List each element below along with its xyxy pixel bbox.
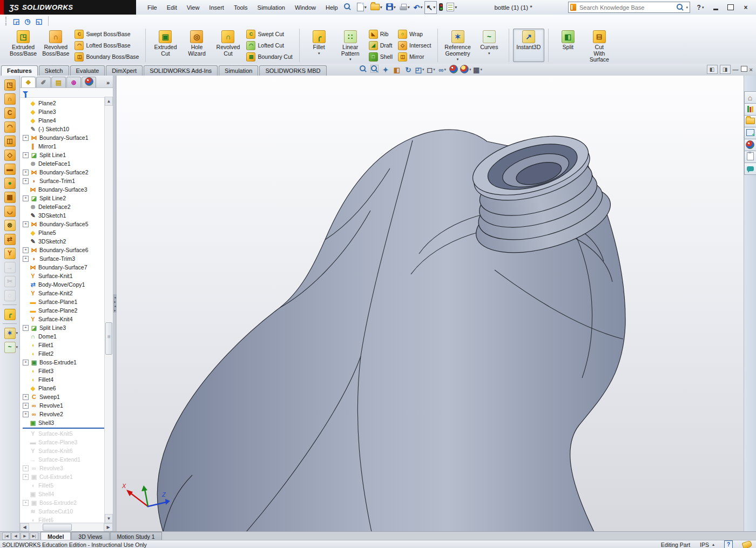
- tree-item[interactable]: +⋈Boundary-Surface2: [22, 168, 113, 177]
- fillet-surface-button[interactable]: ╭: [3, 308, 17, 320]
- expand-icon[interactable]: +: [23, 474, 29, 480]
- doc-restore-icon[interactable]: [741, 66, 747, 73]
- mini-tool-3-icon[interactable]: ◱: [34, 17, 44, 25]
- tab-features[interactable]: Features: [1, 65, 38, 76]
- zoom-to-selection-button[interactable]: ✦: [381, 65, 390, 75]
- tree-item[interactable]: +◗Surface-Trim1: [22, 177, 113, 185]
- tab-nav-0[interactable]: |◀: [2, 532, 11, 540]
- featuremanager-tab[interactable]: ❖: [21, 77, 36, 87]
- help-button[interactable]: ?▾: [693, 2, 707, 13]
- view-palette-button[interactable]: [744, 127, 756, 139]
- doc-minimize-icon[interactable]: —: [733, 66, 739, 73]
- extend-surface-button[interactable]: →: [3, 261, 17, 273]
- scroll-right-icon[interactable]: ▶: [104, 523, 113, 531]
- knit-surface-button[interactable]: Y: [3, 247, 17, 259]
- reference-geometry-button-dropdown-icon[interactable]: ▾: [457, 57, 459, 62]
- tree-item[interactable]: +∞Revolve1: [22, 401, 113, 410]
- tree-item[interactable]: ◖Fillet4: [22, 375, 113, 384]
- zoom-to-fit-button[interactable]: [358, 65, 368, 75]
- hole-wizard-button[interactable]: ◎HoleWizard: [181, 29, 212, 62]
- reference-geometry-button[interactable]: ✶ReferenceGeometry▾: [442, 29, 473, 62]
- tree-item[interactable]: +▣Boss-Extrude2: [22, 498, 113, 507]
- tree-item[interactable]: ⋈Boundary-Surface3: [22, 185, 113, 194]
- tree-item[interactable]: ◖Fillet3: [22, 367, 113, 375]
- tab-evaluate[interactable]: Evaluate: [70, 65, 105, 76]
- options-button[interactable]: ▾: [445, 1, 458, 14]
- tree-item[interactable]: +◗Surface-Trim3: [22, 254, 113, 263]
- fillet-button-dropdown-icon[interactable]: ▾: [318, 51, 320, 56]
- doc-tab-motion-study-1[interactable]: Motion Study 1: [110, 532, 162, 540]
- tree-item[interactable]: +◪Split Line1: [22, 151, 113, 159]
- wrap-button[interactable]: ○Wrap: [395, 29, 434, 39]
- tree-item[interactable]: ≋SurfaceCut10: [22, 507, 113, 516]
- tree-vertical-scrollbar[interactable]: ▲ ▼: [104, 97, 113, 523]
- tree-item[interactable]: ▬Surface-Plane1: [22, 297, 113, 306]
- tree-item[interactable]: ∥Mirror1: [22, 142, 113, 151]
- trim-surface-button[interactable]: ✂: [3, 275, 17, 287]
- appearances-scenes-button[interactable]: [744, 139, 756, 151]
- tree-item[interactable]: +◪Split Line3: [22, 323, 113, 332]
- tab-nav-2[interactable]: ▶: [21, 532, 29, 540]
- tree-item[interactable]: ✎(-) Sketch10: [22, 125, 113, 133]
- cut-with-surface-button[interactable]: ⊟CutWithSurface: [584, 29, 615, 62]
- open-button[interactable]: ▾: [369, 1, 384, 14]
- custom-properties-button[interactable]: [744, 151, 756, 163]
- rebuild-button[interactable]: [437, 1, 444, 14]
- configurationmanager-tab[interactable]: ▤: [51, 77, 66, 87]
- ruled-surface-button[interactable]: ◡: [3, 205, 17, 217]
- tree-item[interactable]: YSurface-Knit4: [22, 315, 113, 323]
- tree-item[interactable]: ▣Shell3: [22, 418, 113, 427]
- minimize-button[interactable]: [708, 2, 723, 13]
- view-settings-button[interactable]: ▦▾: [473, 65, 483, 75]
- tree-item[interactable]: ◖Fillet5: [22, 481, 113, 490]
- extruded-surface-button[interactable]: ◳: [3, 79, 17, 91]
- scroll-left-icon[interactable]: ◀: [20, 523, 29, 531]
- expand-icon[interactable]: +: [23, 360, 29, 366]
- dimxpertmanager-tab[interactable]: ⊕: [66, 77, 81, 87]
- rollback-bar[interactable]: [23, 428, 110, 429]
- menu-tools[interactable]: Tools: [229, 2, 253, 13]
- menu-view[interactable]: View: [182, 2, 205, 13]
- search-dropdown-icon[interactable]: ▾: [686, 5, 688, 10]
- hscroll-thumb[interactable]: [43, 524, 72, 531]
- tree-item[interactable]: YSurface-Knit5: [22, 429, 113, 438]
- lofted-boss-base-button[interactable]: ◠Lofted Boss/Base: [72, 40, 141, 51]
- tree-item[interactable]: ◖Fillet1: [22, 341, 113, 349]
- bottle-model[interactable]: X Z: [117, 76, 744, 531]
- mini-tool-2-icon[interactable]: ◷: [23, 17, 32, 25]
- tree-item[interactable]: →Surface-Extend1: [22, 455, 113, 464]
- doc-tab-3d-views[interactable]: 3D Views: [71, 532, 109, 540]
- swept-cut-button[interactable]: CSwept Cut: [244, 29, 295, 39]
- tree-item[interactable]: +⋈Boundary-Surface5: [22, 220, 113, 228]
- boundary-boss-base-button[interactable]: ◫Boundary Boss/Base: [72, 51, 141, 62]
- doc-tab-model[interactable]: Model: [40, 532, 71, 540]
- curves-button-dropdown-icon[interactable]: ▾: [488, 51, 490, 56]
- shell-button[interactable]: □Shell: [366, 51, 395, 62]
- tree-horizontal-scrollbar[interactable]: ◀ ▶: [20, 523, 113, 531]
- revolved-boss-base-button[interactable]: ∩RevolvedBoss/Base: [39, 29, 72, 62]
- quick-tips-button[interactable]: ?: [724, 540, 733, 548]
- rib-button[interactable]: ◣Rib: [366, 29, 395, 39]
- menu-window[interactable]: Window: [290, 2, 321, 13]
- tree-item[interactable]: +CSweep1: [22, 393, 113, 401]
- extruded-cut-button[interactable]: ▣ExtrudedCut: [150, 29, 181, 62]
- tree-item[interactable]: +▣Cut-Extrude1: [22, 472, 113, 481]
- tree-item[interactable]: YSurface-Knit1: [22, 272, 113, 280]
- lofted-cut-button[interactable]: ◠Lofted Cut: [244, 40, 295, 51]
- tree-item[interactable]: +▣Boss-Extrude1: [22, 358, 113, 367]
- tree-item[interactable]: ◆Plane3: [22, 107, 113, 116]
- thicken-button[interactable]: ▦: [3, 191, 17, 203]
- planar-surface-button[interactable]: ▬: [3, 163, 17, 175]
- tree-item[interactable]: ◆Plane2: [22, 99, 113, 107]
- tree-item[interactable]: +◪Split Line2: [22, 194, 113, 202]
- filled-surface-button[interactable]: ●: [3, 177, 17, 189]
- expand-icon[interactable]: +: [23, 403, 29, 409]
- tree-item[interactable]: +⋈Boundary-Surface1: [22, 133, 113, 142]
- menu-help[interactable]: Help: [321, 2, 343, 13]
- linear-pattern-button[interactable]: ∷LinearPattern▾: [335, 29, 366, 62]
- menu-simulation[interactable]: Simulation: [253, 2, 290, 13]
- mini-tool-1-icon[interactable]: ◲: [11, 17, 21, 25]
- propertymanager-tab[interactable]: ✐: [36, 77, 51, 87]
- tree-item[interactable]: ⊗DeleteFace2: [22, 202, 113, 211]
- apply-scene-button[interactable]: ▾: [460, 65, 471, 75]
